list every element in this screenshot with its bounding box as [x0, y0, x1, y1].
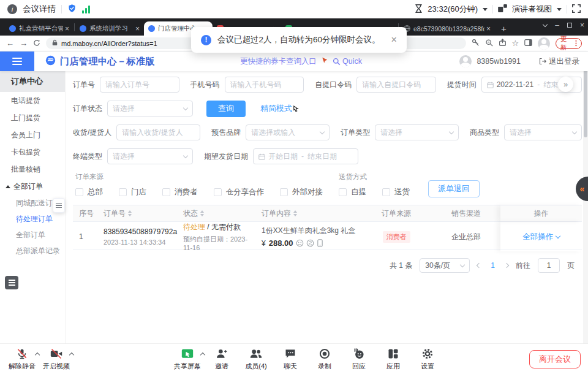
browser-tab-1[interactable]: 礼盒营销平台管理中心 × [5, 21, 74, 36]
brand-select[interactable]: 请选择或输入 [246, 124, 330, 140]
checkbox-external[interactable]: 外部对接 [280, 187, 323, 197]
sidebar-item-phone-pickup[interactable]: 电话提货 [0, 92, 65, 109]
goto-page-input[interactable] [538, 258, 560, 273]
reactions-button[interactable]: 回应 [342, 348, 376, 371]
window-maximize-icon[interactable] [567, 23, 572, 28]
tab-close-icon[interactable]: × [486, 25, 491, 33]
dispatch-return-button[interactable]: 派单退回 [428, 180, 480, 197]
ship-date-range[interactable]: 开始日期 - 结束日期 [253, 148, 358, 164]
simple-mode-link[interactable]: 精简模式 [260, 103, 292, 114]
view-mode-label[interactable]: 演讲者视图 [512, 4, 552, 15]
receiver-input[interactable] [122, 128, 195, 137]
refresh-icon[interactable] [33, 38, 40, 49]
meeting-details-label[interactable]: 会议详情 [23, 4, 56, 15]
security-shield-icon[interactable] [67, 4, 77, 15]
checkbox-delivery[interactable]: 送货 [382, 187, 410, 197]
browser-tab-6[interactable]: e8c5739080b1328a258fd2e618 × [399, 21, 495, 36]
ship-start-date-placeholder[interactable]: 开始日期 [268, 151, 298, 162]
new-tab-button[interactable]: + [501, 23, 507, 34]
start-video-button[interactable]: 开启视频 [39, 348, 74, 371]
sort-icon[interactable] [293, 210, 297, 216]
sidebar-group-all-orders[interactable]: 全部订单 [0, 178, 65, 195]
sidebar-item-door-pickup[interactable]: 上门提货 [0, 109, 65, 126]
sidebar-item-card-pickup[interactable]: 卡包提货 [0, 143, 65, 161]
sidebar-item-hq-dispatch-log[interactable]: 总部派单记录 [0, 243, 65, 259]
sort-icon[interactable] [128, 210, 132, 216]
next-page-icon[interactable] [504, 263, 509, 268]
terminal-type-select[interactable]: 请选择 [107, 148, 193, 164]
logout-button[interactable]: 退出登录 [539, 56, 579, 67]
side-panel-icon[interactable] [524, 38, 532, 49]
tab-search-icon[interactable] [543, 21, 548, 26]
bookmark-star-icon[interactable]: ☆ [512, 39, 519, 48]
timer-dropdown-caret[interactable] [483, 8, 488, 11]
checkbox-icon[interactable] [119, 188, 127, 196]
browser-profile-avatar[interactable] [538, 37, 550, 50]
page-size-select[interactable]: 30条/页 [420, 258, 470, 273]
share-icon[interactable] [499, 38, 507, 49]
unmute-button[interactable]: 解除静音 [5, 348, 39, 371]
back-icon[interactable]: ← [6, 39, 14, 47]
chat-button[interactable]: 聊天 [273, 348, 307, 371]
zoom-icon[interactable] [485, 38, 493, 49]
ship-end-date-placeholder[interactable]: 结束日期 [307, 151, 337, 162]
checkbox-warehouse-share[interactable]: 仓分享合作 [214, 187, 265, 197]
chevron-up-icon[interactable] [69, 352, 74, 357]
all-actions-dropdown[interactable]: 全部操作 [522, 232, 560, 242]
promo-link[interactable]: 更快捷的券卡查询入口 [240, 56, 317, 67]
pickup-code-input[interactable] [362, 80, 431, 89]
order-status-select[interactable]: 请选择 [107, 101, 193, 116]
sidebar-drag-handle[interactable] [53, 198, 65, 213]
checkbox-self-pickup[interactable]: 自提 [339, 187, 366, 197]
checkbox-icon[interactable] [75, 188, 83, 196]
goods-type-select[interactable]: 请选择 [504, 124, 582, 140]
sidebar-toggle-button[interactable] [0, 52, 34, 71]
sidebar-item-batch-verify[interactable]: 批量核销 [0, 161, 65, 178]
sidebar-item-all-orders[interactable]: 全部订单 [0, 227, 65, 243]
meeting-info-icon[interactable]: i [7, 4, 17, 14]
window-minimize-icon[interactable]: – [555, 21, 559, 29]
browser-tab-2[interactable]: 系统培训学习 × [75, 21, 144, 36]
checkbox-icon[interactable] [214, 188, 222, 196]
quick-search-link[interactable]: Quick [333, 57, 362, 66]
checkbox-icon[interactable] [162, 188, 170, 196]
password-key-icon[interactable] [472, 38, 480, 49]
tab-close-icon[interactable]: × [135, 25, 140, 33]
sidebar-item-member-visit[interactable]: 会员上门 [0, 126, 65, 143]
forward-icon[interactable]: → [20, 39, 28, 47]
apps-button[interactable]: 应用 [376, 348, 410, 371]
order-type-select[interactable]: 请选择 [375, 124, 459, 140]
checkbox-consumer[interactable]: 消费者 [162, 187, 198, 197]
checkbox-icon[interactable] [382, 188, 390, 196]
checkbox-icon[interactable] [280, 188, 288, 196]
checkbox-icon[interactable] [339, 188, 347, 196]
checkbox-store[interactable]: 门店 [119, 187, 146, 197]
record-button[interactable]: 录制 [307, 348, 342, 371]
network-signal-icon[interactable] [82, 6, 90, 13]
current-page[interactable]: 1 [488, 261, 497, 270]
checkbox-hq[interactable]: 总部 [75, 187, 103, 197]
view-mode-caret[interactable] [557, 8, 562, 11]
sidebar-item-pending-orders[interactable]: 待处理订单 [0, 211, 65, 227]
header-content[interactable]: 订单内容 [255, 208, 361, 219]
search-button[interactable]: 查询 [206, 101, 246, 117]
expand-filters-button[interactable]: » [558, 77, 573, 92]
header-order-no[interactable]: 订单号 [97, 208, 177, 219]
order-no-input[interactable] [105, 80, 174, 89]
prev-page-icon[interactable] [477, 263, 481, 268]
members-button[interactable]: 成员(4) [239, 348, 273, 371]
fullscreen-icon[interactable] [572, 4, 581, 15]
leave-meeting-button[interactable]: 离开会议 [529, 350, 581, 368]
invite-button[interactable]: 邀请 [205, 348, 239, 371]
header-status[interactable]: 状态 [177, 208, 255, 219]
window-close-icon[interactable]: × [580, 21, 584, 29]
user-avatar[interactable] [459, 55, 472, 67]
share-screen-button[interactable]: 共享屏幕 [170, 348, 205, 371]
toast-close-icon[interactable]: × [391, 34, 397, 45]
sort-icon[interactable] [200, 210, 204, 216]
settings-button[interactable]: 设置 [410, 348, 445, 371]
chrome-update-button[interactable]: 更新 [556, 38, 582, 49]
tab-close-icon[interactable]: × [65, 25, 69, 33]
phone-input[interactable] [230, 80, 299, 89]
floating-list-widget[interactable] [5, 276, 18, 289]
